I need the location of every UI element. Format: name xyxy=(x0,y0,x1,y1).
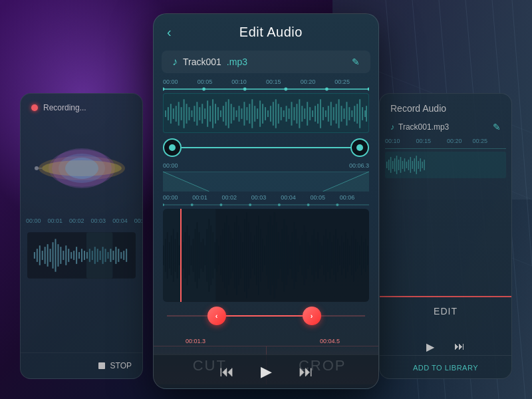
svg-rect-252 xyxy=(312,235,313,275)
svg-rect-277 xyxy=(361,235,362,275)
right-music-note: ♪ xyxy=(390,122,394,132)
main-title: Edit Audio xyxy=(177,25,365,40)
svg-rect-152 xyxy=(346,102,347,126)
svg-rect-226 xyxy=(260,229,261,281)
svg-rect-143 xyxy=(323,107,324,120)
svg-rect-21 xyxy=(42,251,43,260)
svg-rect-33 xyxy=(73,251,74,260)
svg-rect-28 xyxy=(60,247,61,264)
svg-rect-217 xyxy=(242,242,243,269)
rewind-button[interactable]: ⏮ xyxy=(219,363,234,380)
left-waveform xyxy=(27,128,136,208)
svg-rect-122 xyxy=(267,110,269,117)
stop-control[interactable]: STOP xyxy=(21,352,142,378)
svg-rect-48 xyxy=(112,251,114,260)
cut-handle-right[interactable]: › xyxy=(303,307,321,325)
svg-rect-135 xyxy=(301,106,303,122)
svg-rect-215 xyxy=(238,225,239,285)
svg-rect-50 xyxy=(118,249,119,262)
track-name: Track001 xyxy=(183,57,221,67)
svg-rect-236 xyxy=(280,242,281,269)
svg-rect-193 xyxy=(195,229,196,281)
svg-rect-104 xyxy=(220,110,221,117)
svg-rect-111 xyxy=(239,106,240,122)
add-to-library-section[interactable]: ADD TO LIBRARY xyxy=(380,355,511,378)
svg-rect-264 xyxy=(335,229,336,281)
fast-forward-button[interactable]: ⏭ xyxy=(299,363,313,380)
svg-rect-272 xyxy=(351,235,352,275)
svg-rect-93 xyxy=(191,110,192,117)
svg-rect-92 xyxy=(189,107,190,120)
add-to-library-label[interactable]: ADD TO LIBRARY xyxy=(413,364,478,372)
svg-rect-278 xyxy=(363,242,364,269)
svg-point-79 xyxy=(284,88,287,91)
svg-rect-124 xyxy=(273,102,274,126)
selection-handle-right[interactable] xyxy=(350,138,369,157)
svg-rect-56 xyxy=(388,160,389,170)
svg-rect-151 xyxy=(343,108,344,119)
svg-rect-196 xyxy=(201,242,201,269)
detail-timeline-line xyxy=(163,202,369,207)
main-card: ‹ Edit Audio ♪ Track001.mp3 ✎ 00:00 00:0… xyxy=(153,13,379,389)
svg-rect-223 xyxy=(254,235,255,275)
svg-rect-233 xyxy=(274,212,275,298)
svg-rect-177 xyxy=(163,245,164,265)
right-play-btn[interactable]: ▶ xyxy=(426,340,434,353)
svg-rect-238 xyxy=(284,219,285,291)
svg-rect-275 xyxy=(357,242,358,269)
svg-rect-213 xyxy=(234,222,235,288)
svg-rect-119 xyxy=(259,100,261,126)
svg-rect-88 xyxy=(178,102,180,126)
cut-crop-slider[interactable]: ‹ › 00:01.3 00:04.5 xyxy=(163,306,369,344)
pencil-icon[interactable]: ✎ xyxy=(352,57,360,67)
svg-rect-178 xyxy=(165,239,166,272)
music-note-icon: ♪ xyxy=(172,56,178,68)
svg-rect-259 xyxy=(325,229,326,281)
selection-handle-left[interactable] xyxy=(163,138,182,157)
svg-rect-179 xyxy=(167,232,168,279)
svg-rect-245 xyxy=(298,239,299,272)
svg-rect-31 xyxy=(68,249,69,262)
bottom-playback-controls[interactable]: ⏮ ▶ ⏭ xyxy=(154,354,378,388)
svg-rect-58 xyxy=(392,161,393,169)
right-edit-label[interactable]: EDIT xyxy=(434,306,458,317)
playhead xyxy=(180,209,182,302)
svg-rect-64 xyxy=(404,158,405,172)
svg-rect-243 xyxy=(294,222,295,288)
svg-rect-280 xyxy=(367,245,368,265)
svg-point-14 xyxy=(65,158,98,179)
svg-rect-181 xyxy=(171,235,172,275)
svg-rect-84 xyxy=(168,107,169,120)
selection-handles[interactable] xyxy=(163,136,369,160)
recording-dot xyxy=(31,104,38,111)
svg-rect-230 xyxy=(268,222,269,288)
stop-icon xyxy=(98,362,105,369)
svg-rect-232 xyxy=(272,225,273,285)
svg-rect-73 xyxy=(422,162,422,168)
svg-point-76 xyxy=(163,88,164,91)
svg-rect-188 xyxy=(185,232,186,279)
svg-point-173 xyxy=(307,203,310,206)
back-button[interactable]: ‹ xyxy=(167,25,172,40)
svg-rect-19 xyxy=(37,249,38,262)
svg-rect-95 xyxy=(196,102,198,126)
svg-rect-25 xyxy=(53,242,54,269)
svg-rect-190 xyxy=(189,235,190,275)
play-button[interactable]: ▶ xyxy=(261,363,272,380)
svg-rect-91 xyxy=(186,104,188,124)
right-ff-btn[interactable]: ⏭ xyxy=(454,340,465,353)
svg-rect-94 xyxy=(194,106,195,122)
svg-rect-184 xyxy=(177,232,178,279)
svg-rect-158 xyxy=(362,107,363,120)
cut-handle-left[interactable]: ‹ xyxy=(207,307,226,325)
cards-container: Recording... 00:00 00:01 00:02 xyxy=(0,0,532,399)
svg-rect-207 xyxy=(222,229,223,281)
svg-point-174 xyxy=(336,203,338,206)
main-waveform xyxy=(163,209,369,302)
svg-rect-240 xyxy=(288,235,289,275)
svg-rect-204 xyxy=(216,239,217,272)
svg-rect-34 xyxy=(76,247,77,264)
svg-rect-248 xyxy=(304,225,305,285)
right-edit-icon[interactable]: ✎ xyxy=(493,122,501,132)
svg-rect-118 xyxy=(257,108,258,119)
